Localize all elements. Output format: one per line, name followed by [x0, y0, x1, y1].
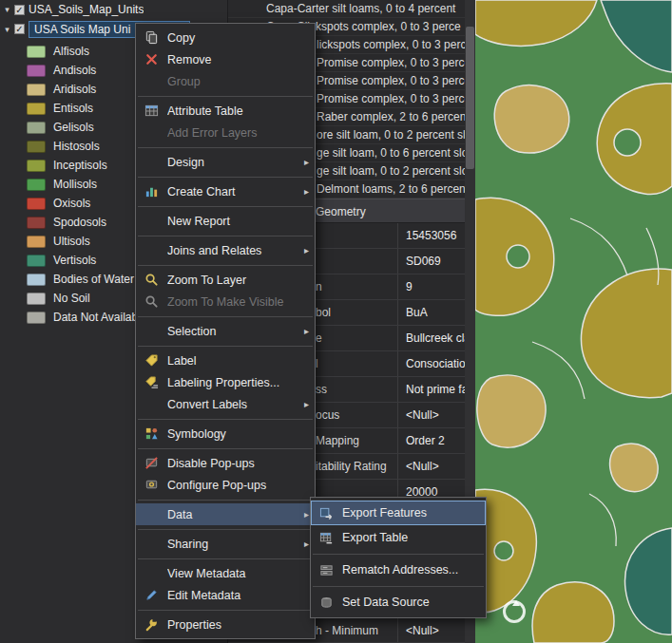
menu-item-attribute-table[interactable]: Attribute Table [136, 100, 315, 122]
legend-label: Ultisols [53, 235, 90, 248]
menu-item-edit-metadata[interactable]: Edit Metadata [136, 584, 315, 606]
legend-swatch[interactable] [27, 274, 46, 286]
compass-control[interactable] [503, 600, 526, 623]
submenu-item-export-features[interactable]: Export Features [311, 501, 486, 525]
legend-swatch[interactable] [27, 160, 46, 172]
menu-item-symbology[interactable]: Symbology [136, 423, 315, 444]
menu-icon-placeholder [142, 214, 161, 229]
arcgis-pro-window: USA_Soils_Map_Units USA Soils Map Uni Al… [0, 0, 672, 643]
menu-separator [138, 346, 313, 347]
layer-expand-caret-icon[interactable] [2, 25, 12, 34]
menu-item-joins-and-relates[interactable]: Joins and Relates▸ [136, 239, 315, 261]
menu-icon-placeholder [142, 324, 161, 339]
legend-swatch[interactable] [27, 122, 46, 134]
legend-swatch[interactable] [27, 293, 46, 305]
menu-item-label: Group [167, 75, 309, 88]
soils-map-canvas[interactable] [475, 0, 672, 643]
menu-item-label[interactable]: Label [136, 350, 315, 371]
group-layer-label: USA_Soils_Map_Units [29, 3, 144, 16]
legend-swatch[interactable] [27, 217, 46, 229]
menu-separator [138, 529, 313, 530]
menu-item-label: Joins and Relates [167, 244, 300, 257]
attribute-table-icon [142, 104, 161, 119]
menu-item-label: Selection [167, 325, 300, 338]
submenu-item-export-table[interactable]: Export Table [311, 525, 486, 550]
submenu-arrow-icon: ▸ [304, 245, 309, 255]
submenu-item-set-data-source[interactable]: Set Data Source [311, 590, 486, 615]
field-value: <Null> [397, 618, 475, 642]
legend-swatch[interactable] [27, 255, 46, 267]
legend-swatch[interactable] [27, 65, 46, 77]
legend-swatch[interactable] [27, 84, 46, 96]
field-value: Bullcreek clay, 0... [397, 326, 475, 350]
legend-swatch[interactable] [27, 103, 46, 115]
legend-swatch[interactable] [27, 141, 46, 153]
submenu-item-rematch-addresses[interactable]: Rematch Addresses... [311, 558, 486, 582]
popup-scrollbar-thumb[interactable] [466, 27, 474, 169]
menu-item-label: Symbology [167, 427, 309, 441]
menu-icon-placeholder [142, 74, 161, 89]
popup-list-item[interactable]: Capa-Carter silt loams, 0 to 4 percent [228, 0, 475, 18]
menu-item-new-report[interactable]: New Report [136, 210, 315, 232]
menu-item-label: Configure Pop-ups [167, 479, 309, 492]
legend-label: Inceptisols [53, 159, 107, 172]
field-value: BuA [397, 300, 475, 325]
field-value: SD069 [397, 249, 475, 274]
legend-swatch[interactable] [27, 198, 46, 210]
group-expand-caret-icon[interactable] [2, 5, 12, 14]
menu-item-label: Zoom To Layer [167, 274, 309, 287]
zoom-to-layer-icon [142, 273, 161, 288]
group-layer-checkbox[interactable] [14, 5, 25, 15]
menu-icon-placeholder [142, 566, 161, 581]
submenu-arrow-icon: ▸ [304, 539, 309, 549]
menu-item-remove[interactable]: Remove [136, 48, 315, 70]
layer-context-menu: CopyRemoveGroupAttribute TableAdd Error … [135, 23, 316, 639]
menu-item-configure-pop-ups[interactable]: Configure Pop-ups [136, 474, 315, 496]
menu-item-zoom-to-layer[interactable]: Zoom To Layer [136, 269, 315, 291]
legend-label: Aridisols [53, 83, 96, 96]
menu-item-data[interactable]: Data▸ [136, 503, 315, 525]
menu-icon-placeholder [142, 125, 161, 141]
rematch-addresses-icon [317, 562, 336, 577]
legend-swatch[interactable] [27, 179, 46, 191]
menu-separator [138, 236, 313, 236]
menu-item-copy[interactable]: Copy [136, 27, 315, 48]
menu-separator [138, 419, 313, 420]
menu-item-zoom-to-make-visible: Zoom To Make Visible [136, 291, 315, 312]
create-chart-icon [142, 184, 161, 199]
legend-swatch[interactable] [27, 46, 46, 58]
menu-item-convert-labels[interactable]: Convert Labels▸ [136, 393, 315, 415]
menu-item-selection[interactable]: Selection▸ [136, 320, 315, 342]
map-view[interactable] [475, 0, 672, 643]
legend-label: No Soil [53, 292, 90, 305]
menu-item-sharing[interactable]: Sharing▸ [136, 533, 315, 555]
legend-swatch[interactable] [27, 312, 46, 324]
menu-item-view-metadata[interactable]: View Metadata [136, 562, 315, 584]
menu-item-create-chart[interactable]: Create Chart▸ [136, 180, 315, 202]
field-value: Order 2 [397, 428, 475, 453]
copy-icon [142, 30, 161, 46]
set-data-source-icon [317, 595, 336, 610]
menu-item-properties[interactable]: Properties [136, 614, 315, 635]
menu-separator [138, 177, 313, 178]
legend-label: Histosols [53, 140, 100, 153]
menu-item-group: Group [136, 70, 315, 92]
menu-icon-placeholder [142, 537, 161, 552]
menu-item-label: Remove [167, 53, 309, 66]
submenu-arrow-icon: ▸ [304, 326, 309, 336]
submenu-arrow-icon: ▸ [304, 157, 309, 167]
menu-item-disable-pop-ups[interactable]: Disable Pop-ups [136, 452, 315, 474]
field-value: Consociation [397, 351, 475, 376]
field-value: 15453056 [397, 223, 475, 248]
menu-item-label: Convert Labels [167, 398, 300, 411]
menu-item-label: Create Chart [167, 185, 300, 199]
disable-popups-icon [142, 456, 161, 471]
menu-item-label: Edit Metadata [167, 589, 309, 602]
menu-item-labeling-properties[interactable]: Labeling Properties... [136, 371, 315, 393]
menu-item-design[interactable]: Design▸ [136, 151, 315, 173]
menu-separator [138, 316, 313, 317]
menu-item-label: Export Table [342, 531, 480, 544]
layer-checkbox[interactable] [14, 24, 25, 34]
legend-swatch[interactable] [27, 236, 46, 248]
group-layer-row[interactable]: USA_Soils_Map_Units [0, 0, 227, 19]
